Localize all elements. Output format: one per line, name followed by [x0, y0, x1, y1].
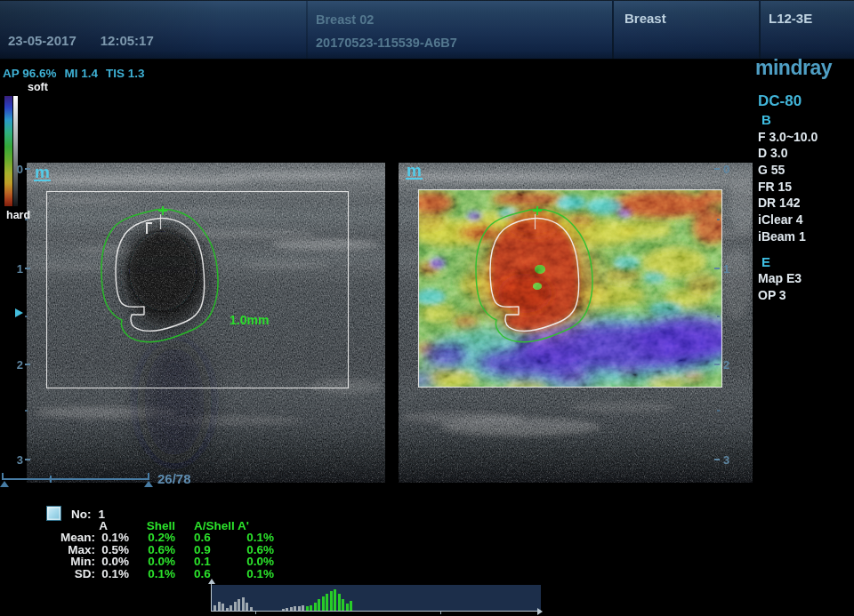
mean-a: 0.1%	[95, 532, 131, 543]
histogram-bar	[322, 596, 325, 611]
depth-tick	[25, 459, 30, 460]
histogram-y-axis	[211, 584, 212, 612]
exam-id: 20170523-115539-A6B7	[316, 31, 457, 54]
histogram-bar	[346, 604, 349, 611]
cine-start-mark	[2, 473, 4, 480]
depth-label: 3	[11, 453, 23, 467]
measurement-checkbox[interactable]	[46, 506, 61, 521]
param-op: OP 3	[758, 287, 852, 304]
histogram-bar	[222, 604, 224, 611]
exam-info: Breast 02 20170523-115539-A6B7	[316, 8, 457, 54]
histogram-bar	[238, 599, 240, 611]
cine-end-handle[interactable]	[144, 481, 153, 487]
topbar-divider	[612, 0, 614, 59]
focus-position-marker	[15, 308, 23, 317]
depth-label: 1	[11, 262, 23, 276]
row-label: Mean:	[27, 532, 95, 543]
param-gain: G 55	[758, 162, 852, 179]
depth-minor-tick	[717, 410, 720, 412]
histogram-bars	[214, 587, 537, 611]
b-mode-header: B	[758, 112, 852, 129]
depth-tick	[714, 459, 720, 460]
depth-tick	[25, 268, 30, 269]
histogram-x-axis	[211, 611, 538, 612]
probe-label: L12-3E	[769, 11, 812, 26]
histogram-bar	[242, 597, 245, 611]
mean-a-shell: 0.6	[177, 532, 229, 543]
histogram-bar	[318, 599, 320, 611]
ultrasound-screen: 23-05-2017 12:05:17 Breast 02 20170523-1…	[0, 0, 854, 616]
histogram-bar	[342, 599, 344, 611]
depth-tick	[25, 168, 30, 170]
param-depth: D 3.0	[758, 145, 852, 162]
depth-label: 0	[723, 163, 736, 176]
cine-end-mark	[148, 473, 149, 480]
histogram-axis-tick	[255, 612, 256, 614]
min-a: 0.0%	[95, 556, 131, 567]
cine-track[interactable]	[2, 478, 149, 480]
system-model: DC-80	[758, 92, 802, 110]
elasto-color-scale	[4, 96, 12, 206]
gray-scale-bar	[13, 96, 18, 206]
sd-a-prime: 0.1%	[229, 568, 275, 580]
min-shell: 0.0%	[131, 556, 177, 567]
depth-label: 3	[723, 453, 736, 467]
exam-time: 12:05:17	[101, 33, 154, 48]
cine-start-handle[interactable]	[0, 481, 9, 487]
row-label: Min:	[27, 556, 95, 567]
preset-label: Breast	[624, 11, 666, 26]
cine-current-frame-mark[interactable]	[50, 476, 52, 483]
topbar-divider	[759, 0, 761, 59]
min-a-shell: 0.1	[177, 556, 229, 567]
ap-value: AP 96.6%	[3, 67, 57, 80]
mean-a-prime: 0.1%	[229, 532, 275, 543]
sd-shell: 0.1%	[131, 568, 177, 580]
overlay-layer: 23-05-2017 12:05:17 Breast 02 20170523-1…	[0, 0, 854, 616]
param-frequency: F 3.0~10.0	[758, 129, 852, 146]
max-a-shell: 0.9	[177, 544, 229, 556]
depth-label: 2	[11, 358, 23, 372]
col-header-a-shell: A/Shell	[177, 520, 229, 532]
strain-results-table: A Shell A/Shell A' Mean: 0.1% 0.2% 0.6 0…	[27, 520, 275, 580]
param-framerate: FR 15	[758, 179, 852, 196]
row-label: Max:	[27, 544, 95, 556]
left-orientation-marker: m	[34, 165, 51, 181]
shell-distance-label: 1.0mm	[230, 313, 269, 327]
histogram-bar	[218, 602, 221, 611]
top-info-bar: 23-05-2017 12:05:17 Breast 02 20170523-1…	[0, 0, 854, 60]
depth-label: 2	[723, 358, 736, 372]
sd-a: 0.1%	[95, 568, 131, 580]
col-header-a-prime: A'	[229, 520, 275, 532]
depth-tick	[25, 364, 30, 365]
param-map: Map E3	[758, 270, 852, 287]
histogram-axis-tick	[440, 612, 441, 614]
min-a-prime: 0.0%	[229, 556, 275, 567]
acoustic-output-status: AP 96.6% MI 1.4 TIS 1.3	[3, 67, 145, 80]
depth-minor-tick	[25, 219, 28, 220]
depth-minor-tick	[717, 219, 720, 220]
histogram-bar	[314, 603, 317, 611]
param-iclear: iClear 4	[758, 212, 852, 228]
col-header-a: A	[95, 520, 131, 532]
histogram-bar	[338, 594, 341, 611]
max-a: 0.5%	[95, 544, 131, 556]
right-orientation-marker: m	[406, 164, 423, 180]
depth-tick	[714, 364, 720, 365]
depth-label: 1	[723, 262, 736, 276]
depth-tick	[714, 268, 720, 269]
sd-a-shell: 0.6	[177, 568, 229, 580]
histogram-bar	[246, 603, 248, 611]
col-header-shell: Shell	[131, 520, 177, 532]
histogram-bar	[330, 591, 333, 611]
scale-soft-label: soft	[28, 81, 48, 93]
max-shell: 0.6%	[131, 544, 177, 556]
max-a-prime: 0.6%	[229, 544, 275, 556]
row-label: SD:	[27, 568, 95, 580]
histogram-bar	[350, 601, 352, 611]
e-mode-header: E	[758, 254, 852, 271]
param-ibeam: iBeam 1	[758, 228, 852, 245]
frame-counter: 26/78	[157, 471, 191, 486]
histogram-bar	[234, 602, 237, 611]
depth-minor-tick	[717, 316, 720, 317]
imaging-parameters: B F 3.0~10.0 D 3.0 G 55 FR 15 DR 142 iCl…	[758, 112, 852, 304]
